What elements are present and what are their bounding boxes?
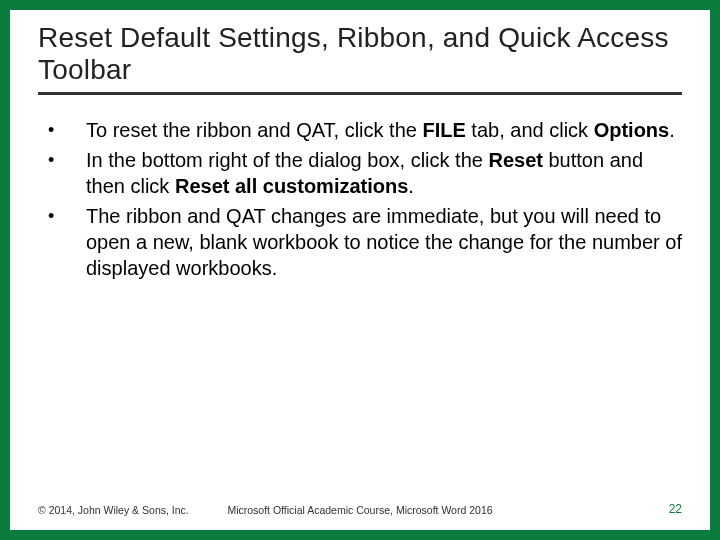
footer: © 2014, John Wiley & Sons, Inc. Microsof… — [38, 502, 682, 516]
list-item: • In the bottom right of the dialog box,… — [44, 147, 682, 199]
bullet-list: • To reset the ribbon and QAT, click the… — [38, 117, 682, 281]
copyright-text: © 2014, John Wiley & Sons, Inc. — [38, 504, 189, 516]
list-item: • The ribbon and QAT changes are immedia… — [44, 203, 682, 281]
title-underline — [38, 92, 682, 95]
slide: Reset Default Settings, Ribbon, and Quic… — [10, 10, 710, 530]
page-title: Reset Default Settings, Ribbon, and Quic… — [38, 22, 682, 86]
bullet-text: To reset the ribbon and QAT, click the F… — [86, 117, 682, 143]
bullet-text: The ribbon and QAT changes are immediate… — [86, 203, 682, 281]
bullet-dot-icon: • — [44, 203, 86, 229]
list-item: • To reset the ribbon and QAT, click the… — [44, 117, 682, 143]
bullet-text: In the bottom right of the dialog box, c… — [86, 147, 682, 199]
bullet-dot-icon: • — [44, 117, 86, 143]
bullet-dot-icon: • — [44, 147, 86, 173]
page-number: 22 — [669, 502, 682, 516]
